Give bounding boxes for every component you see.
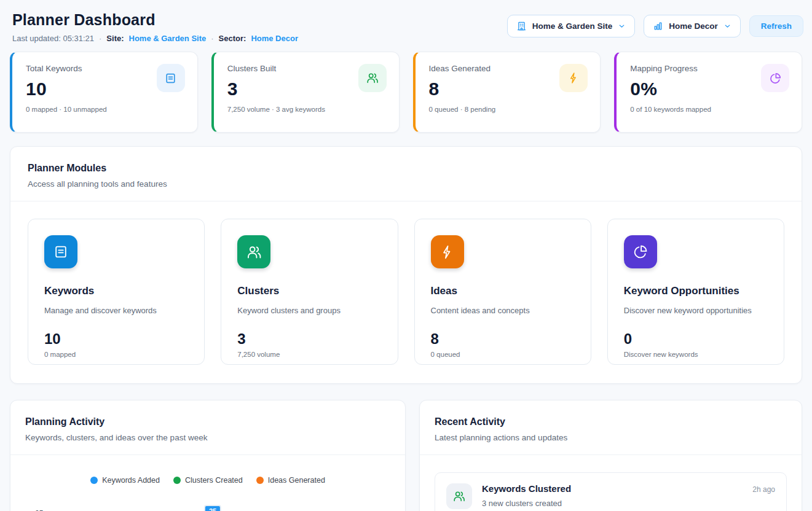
sector-selector-dropdown[interactable]: Home Decor (644, 15, 741, 37)
header-meta: Last updated: 05:31:21 · Site: Home & Ga… (12, 34, 298, 43)
module-card-clusters[interactable]: Clusters Keyword clusters and groups 3 7… (221, 219, 398, 365)
site-selector-label: Home & Garden Site (532, 21, 613, 31)
users-icon (237, 235, 270, 268)
recent-activity-subtitle: Latest planning actions and updates (435, 433, 787, 442)
recent-activity-panel: Recent Activity Latest planning actions … (419, 400, 802, 511)
module-title: Keyword Opportunities (624, 285, 768, 297)
module-description: Keyword clusters and groups (237, 306, 381, 315)
module-description: Content ideas and concepts (431, 306, 575, 315)
legend-item-keywords-added[interactable]: Keywords Added (90, 476, 160, 485)
legend-dot-blue (90, 477, 98, 484)
module-value: 0 (624, 330, 768, 348)
module-card-keywords[interactable]: Keywords Manage and discover keywords 10… (28, 219, 205, 365)
lightning-icon (431, 235, 464, 268)
site-label: Site: (106, 34, 124, 43)
lightning-icon (559, 64, 588, 92)
module-value: 8 (431, 330, 575, 348)
legend-label: Ideas Generated (268, 476, 325, 485)
module-title: Ideas (431, 285, 575, 297)
stat-card-ideas-generated: Ideas Generated 8 0 queued · 8 pending (413, 52, 601, 133)
stat-card-clusters-built: Clusters Built 3 7,250 volume · 3 avg ke… (211, 52, 400, 133)
last-updated-text: Last updated: 05:31:21 (12, 34, 94, 43)
planner-modules-panel: Planner Modules Access all planning tool… (10, 146, 802, 384)
toolbar: Home & Garden Site Home Decor (507, 11, 803, 37)
chevron-down-icon (618, 22, 626, 30)
modules-grid: Keywords Manage and discover keywords 10… (28, 219, 784, 365)
pie-icon (761, 64, 789, 92)
stat-subtext: 0 mapped · 10 unmapped (26, 106, 184, 113)
document-icon (44, 235, 77, 268)
modules-panel-subtitle: Access all planning tools and features (28, 179, 784, 189)
users-icon (446, 483, 472, 509)
legend-dot-orange (256, 477, 264, 484)
refresh-button[interactable]: Refresh (749, 15, 803, 37)
planning-activity-panel: Planning Activity Keywords, clusters, an… (10, 400, 406, 511)
activity-item-title: Keywords Clustered (482, 483, 571, 494)
module-value: 3 (237, 330, 381, 348)
stat-subtext: 0 queued · 8 pending (429, 106, 587, 113)
stat-subtext: 7,250 volume · 3 avg keywords (227, 106, 385, 113)
data-point-label: 25 (204, 505, 221, 511)
planning-activity-title: Planning Activity (25, 416, 390, 427)
module-value: 10 (44, 330, 188, 348)
stat-card-mapping-progress: Mapping Progress 0% 0 of 10 keywords map… (614, 52, 802, 133)
module-subtext: 7,250 volume (237, 351, 381, 358)
meta-separator: · (211, 34, 213, 43)
chart-canvas (56, 494, 390, 511)
building-icon (516, 21, 527, 31)
module-title: Keywords (44, 285, 188, 297)
header-left: Planner Dashboard Last updated: 05:31:21… (12, 11, 298, 43)
module-description: Manage and discover keywords (44, 306, 188, 315)
divider (10, 201, 802, 201)
stat-card-total-keywords: Total Keywords 10 0 mapped · 10 unmapped (10, 52, 198, 133)
sector-selector-label: Home Decor (669, 21, 718, 31)
module-card-keyword-opportunities[interactable]: Keyword Opportunities Discover new keywo… (607, 219, 784, 365)
chart-legend: Keywords Added Clusters Created Ideas Ge… (25, 476, 390, 485)
module-title: Clusters (237, 285, 381, 297)
divider (10, 454, 405, 455)
planning-activity-subtitle: Keywords, clusters, and ideas over the p… (25, 433, 390, 442)
activity-item-keywords-clustered: Keywords Clustered 2h ago 3 new clusters… (435, 472, 787, 511)
bar-chart-icon (653, 21, 663, 31)
module-subtext: 0 queued (431, 351, 575, 358)
page-title: Planner Dashboard (12, 11, 298, 29)
legend-label: Keywords Added (102, 476, 160, 485)
site-selector-dropdown[interactable]: Home & Garden Site (507, 15, 636, 37)
sector-link[interactable]: Home Decor (251, 34, 298, 43)
divider (420, 454, 802, 455)
meta-separator: · (99, 34, 101, 43)
activity-item-description: 3 new clusters created (482, 499, 775, 508)
activity-item-timestamp: 2h ago (752, 485, 775, 494)
site-link[interactable]: Home & Garden Site (129, 34, 207, 43)
stat-subtext: 0 of 10 keywords mapped (630, 106, 788, 113)
legend-item-ideas-generated[interactable]: Ideas Generated (256, 476, 325, 485)
document-icon (157, 64, 185, 92)
stat-cards-row: Total Keywords 10 0 mapped · 10 unmapped… (10, 52, 802, 133)
chevron-down-icon (723, 22, 731, 30)
page-header: Planner Dashboard Last updated: 05:31:21… (0, 0, 812, 50)
activity-line-chart: 25 25 24 (56, 494, 390, 511)
recent-activity-title: Recent Activity (435, 416, 787, 427)
legend-dot-green (173, 477, 181, 484)
users-icon (358, 64, 387, 92)
pie-icon (624, 235, 657, 268)
module-description: Discover new keyword opportunities (624, 306, 768, 315)
legend-item-clusters-created[interactable]: Clusters Created (173, 476, 243, 485)
activity-item-body: Keywords Clustered 2h ago 3 new clusters… (482, 483, 775, 509)
planner-dashboard-page: Planner Dashboard Last updated: 05:31:21… (0, 0, 812, 511)
bottom-row: Planning Activity Keywords, clusters, an… (10, 400, 802, 511)
modules-panel-title: Planner Modules (28, 163, 784, 174)
sector-label: Sector: (219, 34, 246, 43)
module-card-ideas[interactable]: Ideas Content ideas and concepts 8 0 que… (414, 219, 591, 365)
module-subtext: 0 mapped (44, 351, 188, 358)
legend-label: Clusters Created (185, 476, 243, 485)
module-subtext: Discover new keywords (624, 351, 768, 358)
